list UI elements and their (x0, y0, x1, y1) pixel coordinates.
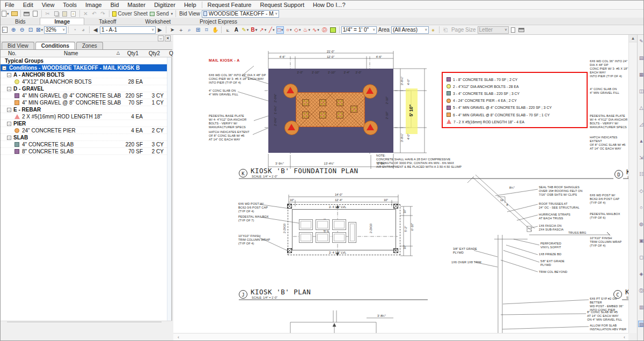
panel-tab-bid-view[interactable]: Bid View (2, 42, 34, 49)
right-tool-icon[interactable]: ⇲ (638, 154, 644, 161)
right-tool-icon[interactable]: ▧ (638, 321, 644, 327)
tree-label-typical-groups[interactable]: Typical Groups (1, 57, 168, 64)
panel-minimize-icon[interactable]: – (158, 35, 164, 41)
drawing-canvas[interactable]: 1 - 8" CONCRETE SLAB - 70 SF ; 2 CY2 - 4… (173, 35, 628, 333)
right-tool-icon[interactable]: ▥ (638, 304, 644, 310)
canvas-vertical-scrollbar[interactable]: ▲ (628, 35, 636, 333)
panel-tab-conditions[interactable]: Conditions (35, 42, 75, 49)
tree-condition-8-concrete-slab[interactable]: 8" CONCRETE SLAB70 SF2 CY (1, 148, 168, 155)
zoom-region-icon[interactable]: ⊠▾ (35, 26, 43, 34)
arrow-annotation-icon[interactable]: ↗▾ (259, 26, 267, 34)
menu-tools[interactable]: Tools (58, 1, 81, 9)
scroll-up-icon[interactable]: ▲ (629, 35, 637, 42)
pan-crosshair-icon[interactable]: ＋ (177, 26, 185, 34)
zoom-level-select[interactable]: 32%˅ (44, 26, 67, 34)
tab-bids[interactable]: Bids (1, 18, 40, 25)
right-tool-icon[interactable]: △ (638, 105, 644, 111)
tab-worksheet[interactable]: Worksheet (130, 18, 185, 25)
menu-image[interactable]: Image (81, 1, 106, 9)
paste-special-icon[interactable] (70, 10, 77, 18)
concrete-pier-marker[interactable] (283, 84, 298, 98)
tree-condition-4-x12-dia-anchor-bolts[interactable]: 4"X12" DIA ANCHOR BOLTS28 EA (1, 78, 168, 85)
anchor-bolt-cluster[interactable] (302, 112, 309, 118)
takeoff-legend-annotation[interactable]: 1 - 8" CONCRETE SLAB - 70 SF ; 2 CY2 - 4… (442, 72, 588, 128)
concrete-pier-marker[interactable] (363, 121, 378, 135)
scroll-right-icon[interactable]: ‹ (624, 335, 625, 340)
right-tool-icon[interactable]: ✎ (638, 38, 644, 45)
menu-edit[interactable]: Edit (19, 1, 38, 9)
label-tool-icon[interactable]: B▾ (250, 26, 258, 34)
anchor-bolt-cluster[interactable] (319, 112, 326, 118)
anchor-bolt-cluster[interactable] (350, 106, 357, 113)
tree-group-d-gravel[interactable]: −D - GRAVEL (1, 85, 168, 92)
right-tool-icon[interactable]: ▣ (638, 238, 644, 244)
copy-icon[interactable] (53, 10, 60, 18)
menu-request-feature[interactable]: Request Feature (203, 1, 256, 9)
open-button[interactable] (11, 10, 18, 18)
right-tool-icon[interactable]: Ⓓ (638, 287, 644, 294)
flip-page-icon[interactable]: ⎗ (442, 26, 449, 34)
text-annotation-icon[interactable]: A (232, 26, 240, 34)
line-annotation-icon[interactable]: ╱▾ (268, 26, 275, 34)
right-tool-icon[interactable]: ▲ (638, 138, 644, 144)
magnifier-icon[interactable]: ⌕ (186, 26, 193, 34)
collapse-icon[interactable]: − (7, 122, 11, 126)
next-page-icon[interactable]: ▶ (156, 26, 164, 34)
tree-group-a-anchor-bolts[interactable]: −A - ANCHOR BOLTS (1, 71, 168, 78)
fit-page-icon[interactable]: ⌕ (1, 26, 9, 34)
tab-image[interactable]: Image (40, 18, 84, 25)
right-tool-icon[interactable]: ◇ (638, 188, 644, 194)
menu-master[interactable]: Master (123, 1, 150, 9)
concrete-pier-marker[interactable] (284, 121, 299, 135)
panel-tab-zones[interactable]: Zones (76, 42, 103, 49)
tree-group-slab[interactable]: −SLAB (1, 134, 168, 141)
collapse-icon[interactable]: − (7, 108, 11, 112)
tab-project-express[interactable]: Project Express (185, 18, 252, 25)
page-selector[interactable]: 1 - A-1˅ (100, 26, 156, 34)
cloud-annotation-icon[interactable]: ♨▾ (302, 26, 310, 34)
right-tool-icon[interactable]: ◫ (638, 88, 644, 94)
prev-page-icon[interactable]: ◀ (92, 26, 99, 34)
right-tool-icon[interactable]: ◿ (638, 121, 644, 128)
menu-how-do-i-[interactable]: How Do I...? (309, 1, 350, 9)
right-tool-icon[interactable]: ☷ (638, 171, 644, 177)
paste-icon[interactable] (61, 10, 69, 18)
redo-icon[interactable]: ↷ (99, 10, 107, 18)
tree-column-header[interactable]: No. Name △ Qty1 Qty2 Q (1, 50, 172, 57)
right-tool-icon[interactable]: ◍ (638, 221, 644, 227)
bid-view-selector[interactable]: WOODSIDE TAKEOFF - MAIL˅ (202, 10, 279, 18)
zoom-out-icon[interactable]: ⊖ (18, 26, 26, 34)
menu-help[interactable]: Help (180, 1, 201, 9)
panel-close-icon[interactable]: ✕ (165, 35, 171, 41)
new-bid-button[interactable]: ▾ (1, 10, 10, 18)
menu-file[interactable]: File (1, 1, 19, 9)
collapse-icon[interactable]: − (7, 136, 11, 140)
tree-condition-24-concrete-pier[interactable]: 24" CONCRETE PIER4 EA2 CY (1, 127, 168, 134)
collapse-icon[interactable]: − (7, 87, 11, 91)
print-page-icon[interactable] (518, 26, 525, 34)
nav-forward-icon[interactable]: ◕ (79, 26, 87, 34)
zoom-page-icon[interactable]: ⊡ (27, 26, 34, 34)
magic-wand-icon[interactable]: ⚹ (429, 26, 437, 34)
right-tool-icon[interactable]: ▦ (638, 71, 644, 78)
anchor-bolt-cluster[interactable] (302, 99, 309, 106)
print-icon[interactable] (23, 10, 31, 18)
new-dropdown-icon[interactable]: ▾ (7, 12, 9, 16)
highlighter-tool-icon[interactable]: ✎▾ (241, 26, 249, 34)
menu-request-support[interactable]: Request Support (255, 1, 309, 9)
tree-condition-4-min-gravel-4-concrete-slab[interactable]: 4" MIN GRAVEL @ 4" CONCRETE SLAB220 SF3 … (1, 92, 168, 99)
cover-sheet-button[interactable]: Cover Sheet (112, 10, 149, 18)
overview-magnifier-icon[interactable]: ⌑ (203, 26, 210, 34)
tree-group-pier[interactable]: −PIER (1, 120, 168, 127)
page-size-selector[interactable]: Letter˅ (478, 26, 509, 34)
anchor-bolt-cluster[interactable] (319, 99, 326, 106)
right-tool-icon[interactable]: ▤ (638, 55, 644, 61)
undo-icon[interactable]: ↶ (91, 10, 98, 18)
select-pointer-icon[interactable]: ➤ (169, 26, 176, 34)
area-selector[interactable]: (All Areas)˅ (391, 26, 429, 34)
tree-group-e-rebar[interactable]: −E - REBAR (1, 106, 168, 113)
menu-view[interactable]: View (38, 1, 59, 9)
image-magnifier-icon[interactable]: ⊞ (194, 26, 202, 34)
anchor-bolt-cluster[interactable] (336, 112, 343, 118)
scale-selector[interactable]: 1/4" = 1' 0"˅ (341, 26, 377, 34)
